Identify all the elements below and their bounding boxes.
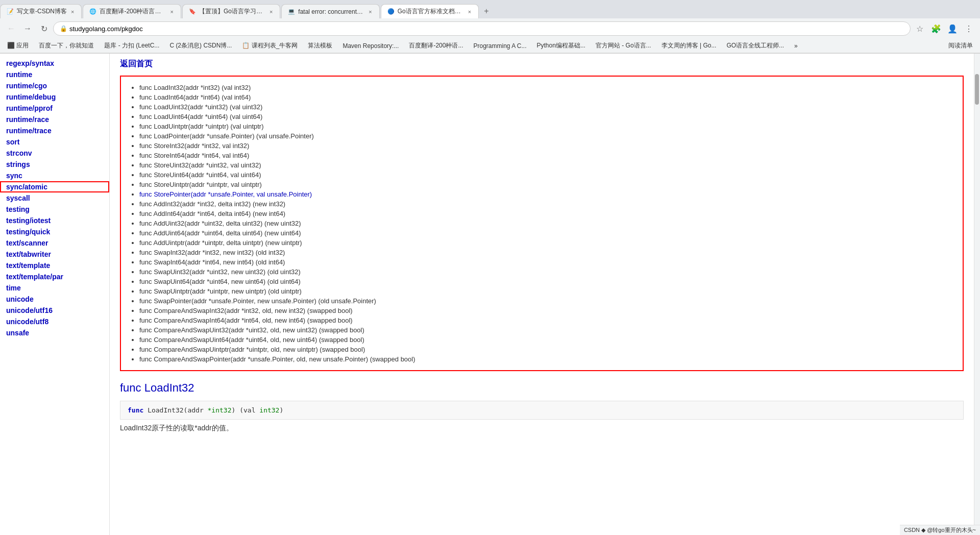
sidebar-item-strconv[interactable]: strconv	[0, 148, 109, 159]
sidebar-item-runtime-pprof[interactable]: runtime/pprof	[0, 103, 109, 114]
list-item: func SwapUint64(addr *uint64, new uint64…	[139, 277, 954, 286]
lock-icon: 🔒	[60, 25, 67, 32]
new-tab-button[interactable]: +	[480, 4, 493, 18]
list-item: func StoreUint32(addr *uint32, val uint3…	[139, 160, 954, 170]
tab-5[interactable]: 🔵 Go语言官方标准文档中文版 | Go... ×	[381, 4, 479, 18]
sidebar-item-text-scanner[interactable]: text/scanner	[0, 237, 109, 249]
sidebar-item-unicode[interactable]: unicode	[0, 294, 109, 305]
list-item: func SwapInt64(addr *int64, new int64) (…	[139, 257, 954, 267]
code-block: func LoadInt32(addr *int32) (val int32)	[120, 401, 964, 420]
tab-1-close[interactable]: ×	[70, 8, 75, 16]
sidebar-item-runtime-race[interactable]: runtime/race	[0, 114, 109, 125]
sidebar-item-runtime[interactable]: runtime	[0, 69, 109, 80]
list-item: func AddInt32(addr *int32, delta int32) …	[139, 199, 954, 209]
tab-2[interactable]: 🌐 百度翻译-200种语言互译、沟通... ×	[83, 4, 181, 18]
tab-4-favicon: 💻	[288, 8, 295, 15]
sidebar-item-unicode-utf8[interactable]: unicode/utf8	[0, 316, 109, 327]
bookmark-liwenzhou[interactable]: 李文周的博客 | Go...	[658, 40, 720, 51]
list-item: func CompareAndSwapInt32(addr *int32, ol…	[139, 306, 954, 315]
sidebar: regexp/syntax runtime runtime/cgo runtim…	[0, 54, 110, 535]
tab-3[interactable]: 🔖 【置顶】Go语言学习之路/Go语... ×	[182, 4, 280, 18]
tab-5-close[interactable]: ×	[467, 8, 472, 16]
status-text: CSDN ◆ @转go重开的木头~	[904, 527, 976, 533]
tab-1-label: 写文章-CSDN博客	[17, 7, 67, 16]
list-item: func LoadUint64(addr *uint64) (val uint6…	[139, 112, 954, 121]
sidebar-item-sync-atomic[interactable]: sync/atomic	[0, 181, 109, 192]
sidebar-item-text-tabwriter[interactable]: text/tabwriter	[0, 249, 109, 260]
address-input[interactable]	[69, 25, 904, 33]
sidebar-item-unsafe[interactable]: unsafe	[0, 327, 109, 338]
sidebar-item-regexp-syntax[interactable]: regexp/syntax	[0, 58, 109, 69]
extensions-button[interactable]: 🧩	[929, 21, 943, 36]
nav-bar: ← → ↻ 🔒 ☆ 🧩 👤 ⋮	[0, 18, 980, 39]
tab-3-close[interactable]: ×	[268, 8, 274, 16]
tab-2-close[interactable]: ×	[169, 8, 174, 16]
list-item: func CompareAndSwapPointer(addr *unsafe.…	[139, 354, 954, 364]
tab-1[interactable]: 📝 写文章-CSDN博客 ×	[0, 4, 82, 18]
bookmark-python[interactable]: Python编程基础...	[534, 40, 589, 51]
tab-5-favicon: 🔵	[387, 8, 395, 15]
profile-button[interactable]: 👤	[945, 21, 960, 36]
bookmark-leetcode[interactable]: 题库 - 力扣 (LeetC...	[101, 40, 162, 51]
tab-2-favicon: 🌐	[89, 8, 96, 15]
sidebar-item-sort[interactable]: sort	[0, 136, 109, 148]
sidebar-item-unicode-utf16[interactable]: unicode/utf16	[0, 305, 109, 316]
code-type-val: int32	[259, 406, 279, 414]
sidebar-item-strings[interactable]: strings	[0, 159, 109, 170]
sidebar-item-testing-iotest[interactable]: testing/iotest	[0, 215, 109, 226]
scroll-thumb[interactable]	[975, 74, 979, 105]
bookmark-apps[interactable]: ⬛ 应用	[4, 40, 32, 51]
func-keyword: func	[120, 381, 144, 394]
list-item: func LoadPointer(addr *unsafe.Pointer) (…	[139, 131, 954, 141]
bookmark-programming[interactable]: Programming A C...	[470, 41, 529, 51]
bookmark-go-engineer[interactable]: GO语言全线工程师...	[723, 40, 787, 51]
func-description: LoadInt32原子性的读取*addr的值。	[120, 424, 964, 433]
list-item: func StoreUintptr(addr *uintptr, val uin…	[139, 180, 954, 189]
status-bar: CSDN ◆ @转go重开的木头~	[900, 525, 980, 535]
list-item: func SwapUint32(addr *uint32, new uint32…	[139, 267, 954, 277]
tab-3-favicon: 🔖	[189, 8, 196, 15]
back-button[interactable]: ←	[4, 21, 18, 36]
sidebar-item-testing-quick[interactable]: testing/quick	[0, 226, 109, 237]
reading-list[interactable]: 阅读清单	[945, 40, 976, 51]
sidebar-item-runtime-trace[interactable]: runtime/trace	[0, 125, 109, 136]
list-item: func SwapInt32(addr *int32, new int32) (…	[139, 248, 954, 257]
bookmark-nowcoder[interactable]: 📋 课程列表_牛客网	[239, 40, 301, 51]
list-item: func StoreUint64(addr *uint64, val uint6…	[139, 170, 954, 180]
sidebar-item-sync[interactable]: sync	[0, 170, 109, 181]
bookmark-translate[interactable]: 百度翻译-200种语...	[406, 40, 466, 51]
browser-content: regexp/syntax runtime runtime/cgo runtim…	[0, 54, 980, 535]
list-item: func AddInt64(addr *int64, delta int64) …	[139, 209, 954, 218]
bookmarks-star-button[interactable]: ☆	[913, 21, 927, 36]
code-type-pointer: *int32	[208, 406, 232, 414]
sidebar-item-text-template[interactable]: text/template	[0, 260, 109, 271]
list-item: func SwapUintptr(addr *uintptr, new uint…	[139, 286, 954, 296]
tab-4-label: fatal error: concurrent map wr...	[298, 8, 364, 15]
nav-icons: ☆ 🧩 👤 ⋮	[913, 21, 976, 36]
list-item: func LoadUint32(addr *uint32) (val uint3…	[139, 102, 954, 112]
func-list: func LoadInt32(addr *int32) (val int32) …	[129, 83, 954, 364]
list-item: func LoadInt64(addr *int64) (val int64)	[139, 92, 954, 102]
bookmark-algo[interactable]: 算法模板	[305, 40, 335, 51]
sidebar-item-text-template-par[interactable]: text/template/par	[0, 271, 109, 282]
menu-button[interactable]: ⋮	[962, 21, 976, 36]
sidebar-item-testing[interactable]: testing	[0, 204, 109, 215]
sidebar-item-syscall[interactable]: syscall	[0, 192, 109, 204]
address-bar[interactable]: 🔒	[53, 21, 911, 36]
bookmark-maven[interactable]: Maven Repository:...	[339, 41, 402, 51]
sidebar-item-time[interactable]: time	[0, 282, 109, 294]
scrollbar[interactable]	[974, 54, 980, 535]
bookmark-csdn[interactable]: C (2条消息) CSDN博...	[166, 40, 235, 51]
sidebar-item-runtime-cgo[interactable]: runtime/cgo	[0, 80, 109, 91]
tab-3-label: 【置顶】Go语言学习之路/Go语...	[199, 7, 265, 16]
page-content: 返回首页 func LoadInt32(addr *int32) (val in…	[110, 54, 974, 535]
bookmark-golang-official[interactable]: 官方网站 - Go语言...	[593, 40, 654, 51]
tab-4-close[interactable]: ×	[368, 8, 373, 16]
tab-4[interactable]: 💻 fatal error: concurrent map wr... ×	[281, 4, 379, 18]
back-to-home-link[interactable]: 返回首页	[120, 59, 964, 69]
sidebar-item-runtime-debug[interactable]: runtime/debug	[0, 91, 109, 103]
forward-button[interactable]: →	[20, 21, 35, 36]
bookmark-more[interactable]: »	[791, 41, 801, 51]
reload-button[interactable]: ↻	[37, 21, 51, 36]
bookmark-baidu[interactable]: 百度一下，你就知道	[36, 40, 97, 51]
